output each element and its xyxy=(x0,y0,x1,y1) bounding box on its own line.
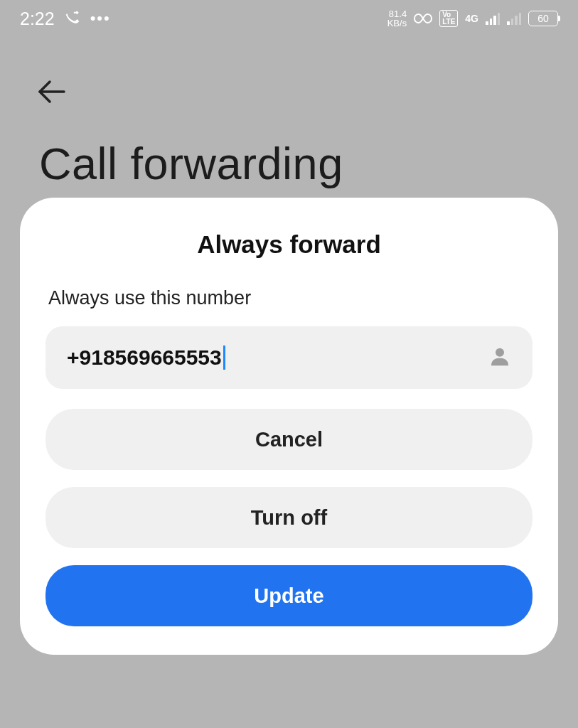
battery-level: 60 xyxy=(537,13,549,24)
battery-indicator: 60 xyxy=(528,11,558,26)
data-loop-icon xyxy=(414,12,432,25)
always-forward-modal: Always forward Always use this number +9… xyxy=(20,198,558,655)
call-forward-icon xyxy=(65,11,80,26)
svg-point-0 xyxy=(496,348,504,357)
modal-label: Always use this number xyxy=(46,287,532,309)
back-button[interactable] xyxy=(32,71,73,112)
data-speed: 81.4 KB/s xyxy=(387,9,407,28)
text-cursor xyxy=(223,346,225,370)
turn-off-button[interactable]: Turn off xyxy=(46,487,532,548)
volte-icon: Vo LTE xyxy=(439,10,458,27)
update-button[interactable]: Update xyxy=(46,565,532,626)
status-right: 81.4 KB/s Vo LTE 4G 60 xyxy=(387,9,558,28)
status-left: 2:22 ••• xyxy=(20,9,111,29)
modal-title: Always forward xyxy=(46,230,532,259)
signal-sim1-icon xyxy=(486,13,500,25)
network-type: 4G xyxy=(465,13,478,24)
status-bar: 2:22 ••• 81.4 KB/s Vo LTE 4G 60 xyxy=(0,0,578,37)
page-title: Call forwarding xyxy=(39,138,343,189)
signal-sim2-icon xyxy=(507,13,521,25)
phone-number-input[interactable]: +918569665553 xyxy=(46,326,532,389)
phone-number-value: +918569665553 xyxy=(67,346,225,370)
phone-number-text: +918569665553 xyxy=(67,346,222,370)
cancel-button[interactable]: Cancel xyxy=(46,409,532,470)
data-speed-unit: KB/s xyxy=(387,18,407,28)
contact-picker-icon[interactable] xyxy=(488,345,511,370)
status-time: 2:22 xyxy=(20,9,55,29)
more-icon: ••• xyxy=(90,11,111,26)
